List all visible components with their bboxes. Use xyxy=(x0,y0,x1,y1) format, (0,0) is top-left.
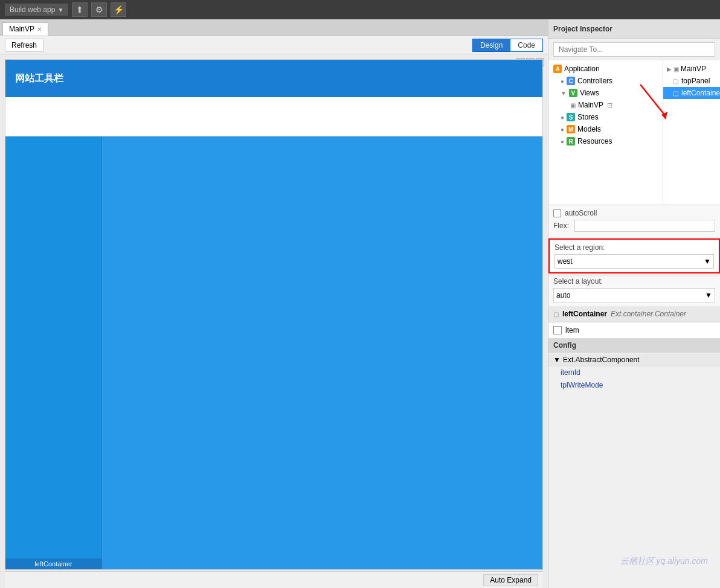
content-area: leftContainer xyxy=(5,136,542,569)
layout-select-dropdown[interactable]: auto ▼ xyxy=(553,288,715,302)
tree-section: A Application ● C Controllers ▼ V Views … xyxy=(548,60,720,205)
config-header: Config xyxy=(548,339,720,353)
tree-item-label: MainVP xyxy=(578,101,603,109)
layout-value: auto xyxy=(556,291,570,299)
inspector-header: Project Inspector xyxy=(548,19,720,39)
tree-item-resources[interactable]: ● R Resources xyxy=(548,135,663,147)
container-icon: ▢ xyxy=(673,90,678,97)
region-label: Select a region: xyxy=(554,243,714,252)
circle-icon4: ● xyxy=(561,138,564,145)
lightning-icon-button[interactable]: ⚡ xyxy=(111,2,126,17)
tree-right-leftcontainer[interactable]: ▢ leftContainer xyxy=(663,87,720,99)
tree-item-label: Resources xyxy=(577,137,612,145)
layout-dropdown-icon: ▼ xyxy=(705,291,712,299)
tree-item-label: Views xyxy=(580,89,599,97)
component-type: Ext.container.Container xyxy=(611,310,686,318)
code-button[interactable]: Code xyxy=(510,39,543,52)
left-container-pane[interactable]: leftContainer xyxy=(5,136,102,569)
chevron-down-icon: ▼ xyxy=(57,7,63,13)
auto-expand-button[interactable]: Auto Expand xyxy=(483,574,538,586)
tree-right: ▶ ▣ MainVP ▢ topPanel ▢ leftContainer xyxy=(663,60,720,205)
tree-item-label: Stores xyxy=(577,113,599,121)
tree-item-views[interactable]: ▼ V Views xyxy=(548,87,663,99)
expand-icon[interactable]: ▶ xyxy=(667,66,672,72)
layout-label: Select a layout: xyxy=(553,277,715,286)
upload-icon-button[interactable]: ⬆ xyxy=(72,2,88,17)
app-title-label: Build web app xyxy=(10,5,55,14)
flex-label: Flex: xyxy=(553,222,574,230)
tab-bar: MainVP ✕ xyxy=(0,19,548,36)
item-label: item xyxy=(565,326,579,334)
item-row: item xyxy=(548,322,720,339)
autoscroll-checkbox[interactable] xyxy=(553,209,561,217)
canvas-area: 网站工具栏 leftContainer Auto Expand xyxy=(0,54,548,588)
right-panel: Project Inspector A Application ● C Cont… xyxy=(548,19,720,588)
tree-item-label: Controllers xyxy=(577,77,612,85)
views-icon: V xyxy=(569,89,577,97)
circle-icon3: ● xyxy=(561,126,564,133)
refresh-button[interactable]: Refresh xyxy=(5,39,43,52)
settings-icon-button[interactable]: ⚙ xyxy=(91,2,107,17)
app-toolbar-text: 网站工具栏 xyxy=(15,72,63,85)
app-view: 网站工具栏 leftContainer xyxy=(5,59,543,570)
region-value: west xyxy=(558,257,573,266)
tab-close-icon[interactable]: ✕ xyxy=(37,26,42,33)
tree-item-application[interactable]: A Application xyxy=(548,63,663,75)
circle-icon: ● xyxy=(561,78,564,85)
tree-right-label: topPanel xyxy=(681,77,710,85)
tree-right-toppanel[interactable]: ▢ topPanel xyxy=(663,75,720,87)
design-code-toggle: Design Code xyxy=(472,39,543,52)
ext-group-header[interactable]: ▼ Ext.AbstractComponent xyxy=(548,354,720,366)
ext-expand-icon: ▼ xyxy=(553,356,561,364)
bottom-inspector: ▢ leftContainer Ext.container.Container … xyxy=(548,306,720,588)
controllers-icon: C xyxy=(567,77,575,85)
autoscroll-label: autoScroll xyxy=(565,209,597,217)
tree-item-controllers[interactable]: ● C Controllers xyxy=(548,75,663,87)
tree-right-mainvp[interactable]: ▶ ▣ MainVP xyxy=(663,63,720,75)
ext-group-label: Ext.AbstractComponent xyxy=(563,356,640,364)
properties-section: autoScroll Flex: xyxy=(548,205,720,238)
main-container: MainVP ✕ Refresh Design Code 网站工具栏 xyxy=(0,19,720,588)
tree-item-stores[interactable]: ● S Stores xyxy=(548,111,663,123)
region-select-dropdown[interactable]: west ▼ xyxy=(554,254,714,269)
blank-strip xyxy=(5,97,542,136)
tree-right-label: leftContainer xyxy=(681,89,720,97)
tree-left: A Application ● C Controllers ▼ V Views … xyxy=(548,60,663,205)
tree-item-label: Models xyxy=(577,125,601,133)
application-icon: A xyxy=(553,65,562,73)
left-container-label: leftContainer xyxy=(5,558,101,569)
tree-right-label: MainVP xyxy=(681,65,706,73)
design-button[interactable]: Design xyxy=(472,39,510,52)
circle-icon2: ● xyxy=(561,114,564,121)
folder-icon: ▣ xyxy=(673,66,679,72)
expand-arrow-icon[interactable]: ▼ xyxy=(561,90,567,97)
tab-label: MainVP xyxy=(9,25,34,33)
ext-group: ▼ Ext.AbstractComponent itemId tplWriteM… xyxy=(548,353,720,393)
right-content-pane xyxy=(102,136,542,569)
region-dropdown-icon: ▼ xyxy=(704,257,711,266)
status-bar: Auto Expand xyxy=(5,571,543,588)
tree-item-label: Application xyxy=(564,65,600,73)
app-title-button[interactable]: Build web app ▼ xyxy=(5,4,68,16)
stores-icon: S xyxy=(567,113,575,121)
navigate-input[interactable] xyxy=(553,42,715,57)
autoscroll-row: autoScroll xyxy=(553,209,715,217)
top-toolbar: Build web app ▼ ⬆ ⚙ ⚡ xyxy=(0,0,720,19)
config-section: Config ▼ Ext.AbstractComponent itemId tp… xyxy=(548,339,720,393)
tab-mainvp[interactable]: MainVP ✕ xyxy=(2,22,48,36)
models-icon: M xyxy=(567,125,575,133)
component-icon: ▢ xyxy=(553,311,559,318)
preview-icon: ⊡ xyxy=(607,101,612,109)
component-header: ▢ leftContainer Ext.container.Container xyxy=(548,306,720,322)
flex-input[interactable] xyxy=(574,220,715,232)
panel-icon: ▢ xyxy=(673,78,678,85)
tree-item-models[interactable]: ● M Models xyxy=(548,123,663,135)
editor-toolbar: Refresh Design Code xyxy=(0,36,548,54)
inspector-title: Project Inspector xyxy=(553,25,612,33)
resources-icon: R xyxy=(567,137,575,145)
config-item-tplwritemode[interactable]: tplWriteMode xyxy=(548,379,720,392)
tree-item-mainvp[interactable]: ▣ MainVP ⊡ xyxy=(548,99,663,111)
layout-select-box: Select a layout: auto ▼ xyxy=(548,277,720,306)
item-checkbox[interactable] xyxy=(553,326,562,334)
config-item-itemid[interactable]: itemId xyxy=(548,366,720,379)
